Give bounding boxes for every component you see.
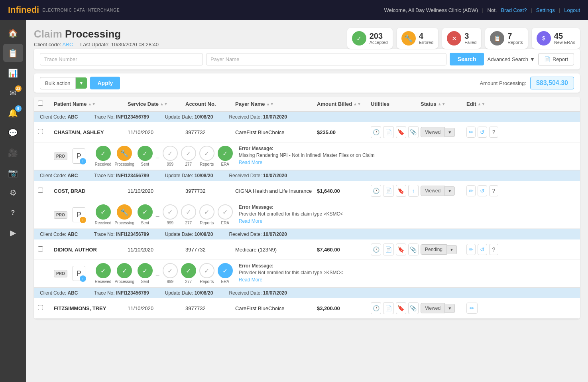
status-dropdown-arrow-2[interactable]: ▼ (445, 186, 455, 196)
doc-icon-2[interactable]: P ↓ (73, 207, 85, 222)
doc-icon-3[interactable]: P ↑ (73, 266, 85, 281)
sidebar-item-help[interactable]: ? (3, 204, 23, 222)
edit-icon-1[interactable]: ✏ (466, 127, 476, 138)
settings-link[interactable]: Settings (536, 7, 555, 13)
read-more-1[interactable]: Read More (239, 160, 262, 165)
sidebar-item-chat[interactable]: 💬 (3, 124, 23, 142)
bulk-action-button[interactable]: Bulk action (40, 77, 76, 89)
apply-button[interactable]: Apply (90, 77, 120, 89)
read-more-3[interactable]: Read More (239, 277, 262, 283)
edit-icon-3[interactable]: ✏ (466, 244, 476, 255)
sidebar-item-messages[interactable]: ✉ 23 (3, 84, 23, 102)
history-icon-2[interactable]: 🕐 (371, 185, 381, 197)
refresh-icon-3[interactable]: ↺ (478, 244, 487, 255)
sidebar-item-notifications[interactable]: 🔔 5 (3, 104, 23, 122)
th-amount-billed[interactable]: Amount Billed ▲▼ (317, 101, 369, 107)
era-step-2: ✓ (218, 204, 233, 220)
advanced-search[interactable]: Advanced Search ▼ (487, 56, 535, 62)
status-dropdown-btn-1[interactable]: Viewed (421, 127, 445, 137)
th-service-date[interactable]: Service Date ▲▼ (128, 101, 183, 107)
amount-label: Amount Processing: (480, 80, 526, 86)
row-checkbox-2[interactable] (38, 188, 52, 194)
sidebar-item-settings[interactable]: ⚙ (3, 184, 23, 202)
status-dropdown-btn-2[interactable]: Viewed (421, 186, 445, 196)
group-trace-2: Trace No: INFI123456789 (94, 173, 149, 178)
client-code-link[interactable]: ABC (63, 42, 73, 48)
gear-icon: ⚙ (10, 188, 17, 198)
status-dropdown-arrow-4[interactable]: ▼ (445, 304, 455, 313)
logo: Infinedi ELECTRONIC DATA INTERCHANGE (8, 5, 120, 15)
trace-number-input[interactable] (40, 53, 203, 65)
amount-billed-1: $235.00 (317, 129, 369, 135)
doc-icon-1[interactable]: P ↑ (73, 148, 85, 164)
bookmark-icon-4[interactable]: 🔖 (396, 302, 406, 314)
pro-badge-3: PRO (54, 270, 67, 277)
bulk-action-dropdown[interactable]: ▼ (76, 77, 87, 89)
camera-icon: 📷 (8, 168, 18, 178)
step-999-1: ✓ 999 (163, 146, 178, 166)
user-link[interactable]: Brad Cost? (501, 7, 527, 13)
row-checkbox-4[interactable] (38, 305, 52, 311)
sidebar-item-camera[interactable]: 📷 (3, 164, 23, 182)
report-button[interactable]: 📄 Report (538, 53, 574, 65)
edit-icon-4[interactable]: ✏ (466, 303, 478, 314)
status-dropdown-btn-4[interactable]: Viewed (421, 303, 445, 313)
bookmark-icon-3[interactable]: 🔖 (396, 243, 406, 255)
999-step-3: ✓ (163, 263, 178, 278)
bookmark-icon-2[interactable]: 🔖 (396, 185, 406, 197)
search-button[interactable]: Search (450, 53, 484, 65)
sidebar-item-claims[interactable]: 📋 (3, 44, 23, 62)
notes-icon-3[interactable]: 📄 (383, 243, 393, 255)
read-more-2[interactable]: Read More (239, 218, 262, 224)
history-icon-4[interactable]: 🕐 (371, 302, 381, 314)
question-icon-1[interactable]: ? (489, 127, 498, 138)
attachment-icon-3[interactable]: 📎 (408, 243, 419, 255)
history-icon-3[interactable]: 🕐 (371, 243, 381, 255)
attachment-icon-4[interactable]: 📎 (408, 302, 419, 314)
edit-icon-2[interactable]: ✏ (466, 185, 476, 196)
sidebar-item-reports[interactable]: 📊 (3, 64, 23, 82)
logout-link[interactable]: Logout (564, 7, 580, 13)
sidebar-item-play[interactable]: ▶ (3, 224, 23, 241)
refresh-icon-1[interactable]: ↺ (478, 127, 487, 138)
th-patient-name[interactable]: Patient Name ▲▼ (54, 101, 126, 107)
question-icon-3[interactable]: ? (489, 244, 498, 255)
refresh-icon-2[interactable]: ↺ (478, 185, 487, 196)
sort-status-icon: ▲▼ (438, 102, 446, 106)
table-row: DIDION, AUTHOR 11/10/2020 3977732 Medica… (34, 239, 580, 260)
error-title-3: Error Message: (239, 263, 576, 269)
errored-icon: 🔧 (401, 31, 416, 46)
step-era-2: ✓ ERA (218, 204, 233, 225)
payer-name-input[interactable] (206, 53, 446, 65)
upload-icon-2[interactable]: ↑ (408, 185, 419, 197)
amount-value: $83,504.30 (530, 77, 574, 89)
th-payer-name[interactable]: Payer Name ▲▼ (235, 101, 315, 107)
question-icon-2[interactable]: ? (489, 185, 498, 196)
sidebar-item-video[interactable]: 🎥 (3, 144, 23, 162)
sent-step-1: ✓ (138, 146, 153, 161)
checkbox-header[interactable] (38, 101, 52, 107)
th-status[interactable]: Status ▲▼ (421, 101, 464, 107)
error-box-1: Error Message: Missing Rendering NPI - N… (239, 146, 576, 165)
action-icons-3: ✏ ↺ ? (466, 244, 498, 255)
notes-icon-2[interactable]: 📄 (383, 185, 393, 197)
payer-name-4: CareFirst BlueChoice (235, 305, 315, 311)
select-all-checkbox[interactable] (38, 101, 43, 106)
status-dropdown-btn-3[interactable]: Pending (421, 244, 447, 255)
row-checkbox-1[interactable] (38, 129, 52, 135)
status-dropdown-arrow-1[interactable]: ▼ (445, 128, 455, 137)
row-checkbox-3[interactable] (38, 246, 52, 253)
notes-icon-1[interactable]: 📄 (383, 126, 393, 138)
group-client-code-4: Client Code: ABC (40, 290, 78, 296)
sidebar-item-home[interactable]: 🏠 (3, 24, 23, 42)
dash-1: – (156, 154, 159, 161)
utilities-row-1: PRO P ↑ ✓ Received 🔧 Pro (34, 143, 580, 170)
th-edit[interactable]: Edit ▲▼ (466, 101, 498, 107)
bookmark-icon-1[interactable]: 🔖 (396, 126, 406, 138)
error-msg-2: Provider Not enrolled for this claim typ… (239, 211, 576, 217)
th-account-no: Account No. (185, 101, 233, 107)
notes-icon-4[interactable]: 📄 (383, 302, 393, 314)
attachment-icon-1[interactable]: 📎 (408, 126, 419, 138)
history-icon-1[interactable]: 🕐 (371, 126, 381, 138)
status-dropdown-arrow-3[interactable]: ▼ (447, 245, 457, 254)
